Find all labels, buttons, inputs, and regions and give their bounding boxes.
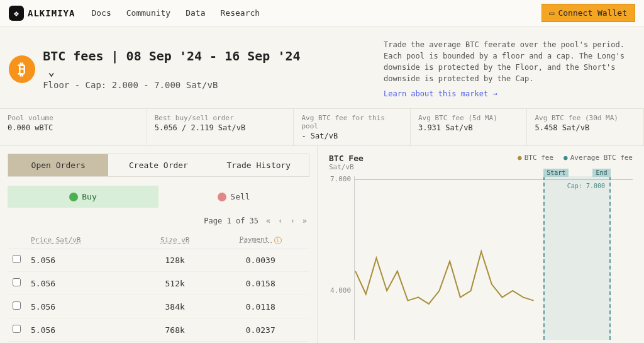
stat-avg-fee-30d: Avg BTC fee (30d MA) 5.458 Sat/vB [527,109,644,145]
chevron-down-icon[interactable]: ⌄ [48,65,55,78]
page-next-icon[interactable]: › [291,216,295,225]
page-last-icon[interactable]: » [303,216,307,225]
page-prev-icon[interactable]: ‹ [278,216,282,225]
tab-open-orders[interactable]: Open Orders [8,154,108,176]
table-row: 5.056768k0.0237 [8,318,309,342]
cell-size: 512k [138,272,212,295]
chart-area: 7.000 4.000 Cap: 7.000 Start End [354,176,633,340]
cell-price: 5.056 [26,272,138,295]
chart-y-unit: Sat/vB [329,163,633,171]
chart-line [354,176,633,340]
cell-payment: 0.0118 [212,295,309,318]
col-size[interactable]: Size vB [138,232,212,249]
sell-icon [218,193,226,201]
cell-payment: 0.0237 [212,318,309,342]
row-checkbox[interactable] [13,255,21,263]
brand-logo-icon: ❖ [9,6,24,21]
legend-avg-fee: Average BTC fee [564,154,633,162]
bitcoin-icon: ₿ [9,55,35,83]
cell-price: 5.056 [26,318,138,342]
col-payment[interactable]: Payment i [212,232,309,249]
chart-legend: BTC fee Average BTC fee [518,154,633,162]
topbar: ❖ ALKIMIYA Docs Community Data Research … [0,0,644,26]
pager: Page 1 of 35 « ‹ › » [8,216,309,225]
legend-btc-fee: BTC fee [518,154,553,162]
stat-avg-fee-5d: Avg BTC fee (5d MA) 3.931 Sat/vB [411,109,528,145]
stats-row: Pool volume 0.000 wBTC Best buy/sell ord… [0,109,644,146]
hero: ₿ BTC fees | 08 Sep '24 - 16 Sep '24 ⌄ F… [0,26,644,109]
pool-subtitle: Floor - Cap: 2.000 - 7.000 Sat/vB [43,80,308,90]
order-panel: Open Orders Create Order Trade History B… [0,146,318,343]
tab-trade-history[interactable]: Trade History [209,154,309,176]
col-price[interactable]: Price Sat/vB [26,232,138,249]
cell-price: 5.056 [26,295,138,318]
wallet-icon: ▭ [550,8,555,18]
connect-wallet-label: Connect Wallet [558,8,627,18]
row-checkbox[interactable] [13,325,21,333]
pool-description-block: Trade the average BTC feerate over the p… [384,39,635,99]
order-tabs: Open Orders Create Order Trade History [8,154,309,177]
table-row: 5.056512k0.0158 [8,272,309,295]
pool-selector[interactable]: ₿ BTC fees | 08 Sep '24 - 16 Sep '24 ⌄ F… [9,39,308,99]
cell-payment: 0.0158 [212,272,309,295]
cell-payment: 0.0039 [212,249,309,272]
main: Open Orders Create Order Trade History B… [0,146,644,343]
page-first-icon[interactable]: « [266,216,270,225]
buy-icon [69,193,78,201]
info-icon[interactable]: i [274,237,282,244]
connect-wallet-button[interactable]: ▭ Connect Wallet [541,4,635,22]
table-row: 5.056128k0.0039 [8,249,309,272]
table-row: 5.056384k0.0118 [8,295,309,318]
cell-size: 384k [138,295,212,318]
cell-price: 5.056 [26,249,138,272]
learn-more-link[interactable]: Learn about this market → [384,88,497,99]
brand: ❖ ALKIMIYA [9,6,75,21]
pager-text: Page 1 of 35 [204,216,258,225]
tab-create-order[interactable]: Create Order [108,154,208,176]
side-tabs: Buy Sell [8,186,309,208]
ytick-mid: 4.000 [330,286,351,295]
cell-size: 768k [138,318,212,342]
buy-tab[interactable]: Buy [8,186,158,208]
cell-size: 128k [138,249,212,272]
chart-panel: BTC Fee Sat/vB BTC fee Average BTC fee 7… [318,146,644,343]
nav-community[interactable]: Community [126,8,170,18]
row-checkbox[interactable] [13,278,21,286]
sell-tab[interactable]: Sell [158,186,309,208]
row-checkbox[interactable] [13,301,21,310]
orders-table: Price Sat/vB Size vB Payment i 5.056128k… [8,232,309,342]
pool-title: BTC fees | 08 Sep '24 - 16 Sep '24 ⌄ [43,48,308,79]
brand-name: ALKIMIYA [28,8,75,18]
nav-research[interactable]: Research [221,8,260,18]
ytick-top: 7.000 [330,175,351,183]
nav-data[interactable]: Data [186,8,205,18]
pool-description: Trade the average BTC feerate over the p… [384,39,635,84]
stat-avg-fee-pool: Avg BTC fee for this pool - Sat/vB [294,109,411,145]
stat-pool-volume: Pool volume 0.000 wBTC [0,109,147,145]
nav-docs[interactable]: Docs [91,8,111,18]
stat-best-order: Best buy/sell order 5.056 / 2.119 Sat/vB [147,109,294,145]
main-nav: Docs Community Data Research [91,8,260,18]
